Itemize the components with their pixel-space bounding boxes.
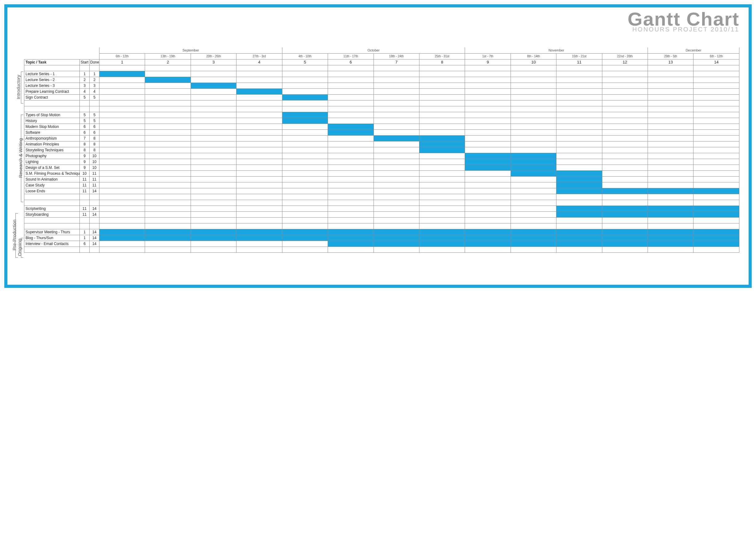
blank-cell: [24, 106, 80, 112]
gantt-cell: [465, 188, 511, 194]
gantt-cell: [556, 83, 602, 88]
gantt-cell: [693, 77, 739, 83]
task-name: Storyboarding: [24, 211, 80, 217]
gantt-cell: [693, 182, 739, 188]
gantt-cell: [693, 88, 739, 94]
task-done: 11: [90, 170, 99, 176]
gantt-cell: [145, 188, 191, 194]
gantt-cell: [191, 83, 236, 88]
gantt-cell: [328, 129, 373, 135]
gantt-cell: [556, 94, 602, 100]
gantt-cell: [145, 159, 191, 165]
task-start: 9: [80, 165, 90, 170]
task-done: 14: [90, 211, 99, 217]
task-start: 11: [80, 206, 90, 211]
gantt-cell: [556, 235, 602, 241]
gantt-cell: [511, 241, 556, 246]
week-header: 13: [648, 59, 693, 65]
gantt-cell: [556, 112, 602, 118]
gantt-cell: [556, 153, 602, 159]
week-header: 14: [693, 59, 739, 65]
gantt-cell: [465, 170, 511, 176]
gantt-cell: [99, 235, 145, 241]
gantt-cell: [99, 188, 145, 194]
group-label: Introductory: [16, 75, 21, 99]
gantt-cell: [328, 176, 373, 182]
gantt-cell: [511, 182, 556, 188]
gantt-cell: [282, 170, 328, 176]
gantt-cell: [236, 94, 282, 100]
gantt-cell: [145, 229, 191, 235]
gantt-cell: [693, 176, 739, 182]
task-done: 6: [90, 124, 99, 129]
group-label: Research & Writing: [18, 138, 23, 178]
gantt-cell: [693, 170, 739, 176]
gantt-cell: [465, 206, 511, 211]
gantt-cell: [282, 165, 328, 170]
gantt-cell: [99, 94, 145, 100]
gantt-cell: [191, 176, 236, 182]
gantt-cell: [191, 241, 236, 246]
task-done: 3: [90, 83, 99, 88]
gantt-cell: [282, 235, 328, 241]
gantt-cell: [465, 141, 511, 147]
gantt-cell: [648, 182, 693, 188]
gantt-cell: [373, 77, 419, 83]
gantt-cell: [419, 94, 465, 100]
gantt-cell: [191, 71, 236, 77]
gantt-cell: [373, 147, 419, 153]
gantt-cell: [282, 94, 328, 100]
gantt-cell: [191, 118, 236, 124]
gantt-cell: [373, 124, 419, 129]
gantt-cell: [511, 141, 556, 147]
gantt-cell: [282, 83, 328, 88]
title-block: Gantt Chart HONOURS PROJECT 2010/11: [628, 11, 739, 32]
gantt-cell: [99, 170, 145, 176]
task-start: 2: [80, 77, 90, 83]
gantt-cell: [419, 211, 465, 217]
task-start: 11: [80, 188, 90, 194]
gantt-cell: [693, 83, 739, 88]
gantt-cell: [511, 135, 556, 141]
gantt-cell: [465, 235, 511, 241]
gantt-cell: [511, 235, 556, 241]
gantt-cell: [236, 229, 282, 235]
gantt-cell: [373, 165, 419, 170]
gantt-cell: [191, 188, 236, 194]
gantt-cell: [419, 83, 465, 88]
gantt-cell: [648, 129, 693, 135]
gantt-cell: [556, 159, 602, 165]
gantt-cell: [693, 94, 739, 100]
date-range-header: 1st - 7th: [465, 53, 511, 59]
date-range-header: 25th - 31st: [419, 53, 465, 59]
gantt-cell: [145, 124, 191, 129]
gantt-cell: [602, 124, 648, 129]
gantt-cell: [511, 211, 556, 217]
gantt-cell: [99, 182, 145, 188]
gantt-cell: [648, 235, 693, 241]
gantt-cell: [602, 170, 648, 176]
blank-cell: [24, 200, 80, 206]
gantt-cell: [282, 118, 328, 124]
blank-cell: [24, 217, 80, 223]
gantt-cell: [693, 206, 739, 211]
gantt-cell: [328, 135, 373, 141]
gantt-cell: [328, 83, 373, 88]
gantt-cell: [328, 147, 373, 153]
gantt-cell: [328, 118, 373, 124]
gantt-cell: [328, 241, 373, 246]
gantt-cell: [556, 71, 602, 77]
gantt-cell: [191, 147, 236, 153]
gantt-cell: [648, 94, 693, 100]
gantt-cell: [191, 153, 236, 159]
gantt-cell: [693, 229, 739, 235]
week-header: 9: [465, 59, 511, 65]
gantt-cell: [511, 83, 556, 88]
gantt-cell: [236, 211, 282, 217]
gantt-cell: [328, 235, 373, 241]
gantt-cell: [465, 153, 511, 159]
gantt-cell: [465, 159, 511, 165]
task-name: Sound In Animation: [24, 176, 80, 182]
gantt-cell: [99, 135, 145, 141]
gantt-cell: [419, 124, 465, 129]
